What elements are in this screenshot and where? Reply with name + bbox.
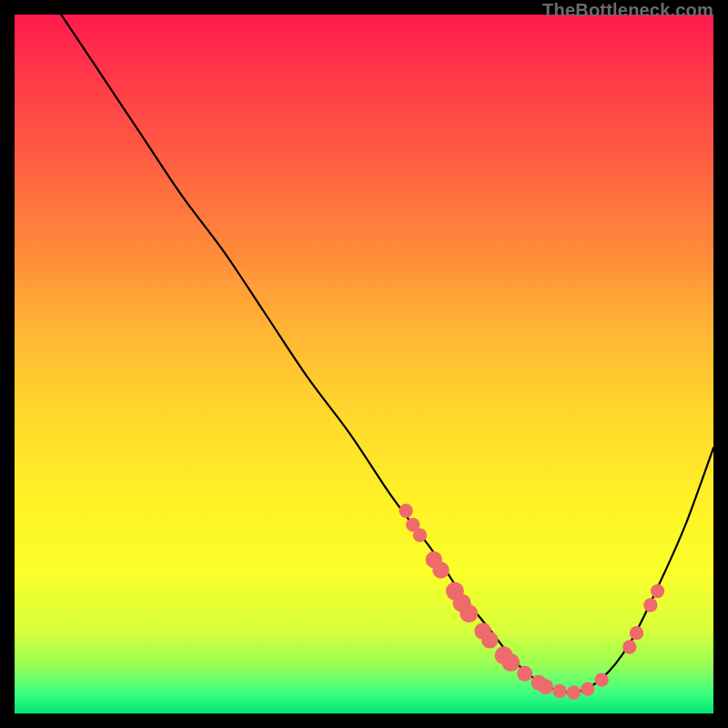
bottleneck-curve [15, 15, 713, 693]
curve-marker [413, 528, 427, 541]
curve-marker [432, 561, 449, 578]
curve-marker [501, 653, 520, 672]
curve-marker [552, 684, 566, 698]
curve-marker [594, 672, 608, 686]
chart-frame [13, 13, 715, 715]
curve-marker [517, 666, 532, 682]
curve-marker [630, 626, 643, 640]
attribution-text: TheBottleneck.com [542, 0, 713, 21]
curve-marker [538, 679, 553, 694]
curve-marker [622, 640, 636, 653]
curve-marker [643, 598, 657, 612]
curve-marker [567, 685, 581, 699]
chart-svg [15, 15, 713, 713]
curve-marker [651, 584, 664, 598]
curve-marker [481, 632, 498, 648]
curve-marker [460, 604, 478, 622]
curve-marker [581, 682, 594, 695]
curve-marker [399, 504, 412, 518]
curve-markers [399, 504, 664, 700]
